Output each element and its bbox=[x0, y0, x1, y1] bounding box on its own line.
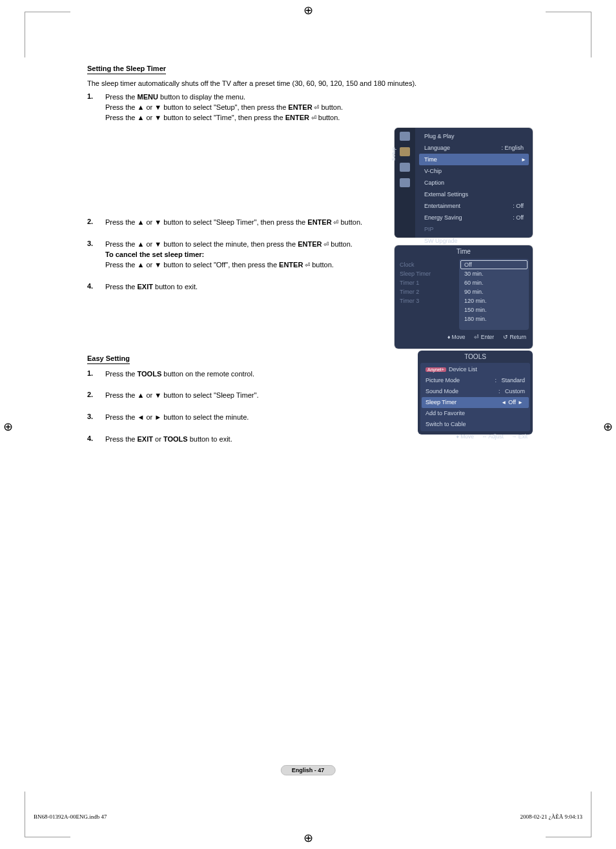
osd-option-120[interactable]: 120 min. bbox=[460, 296, 528, 305]
crop-mark bbox=[546, 12, 591, 57]
osd-row-caption: Caption bbox=[419, 177, 529, 189]
step-number: 3. bbox=[87, 413, 105, 423]
easy-step-3: 3. Press the ◄ or ► button to select the… bbox=[87, 413, 378, 423]
section-title-easy: Easy Setting bbox=[87, 354, 130, 364]
osd-option-90[interactable]: 90 min. bbox=[460, 287, 528, 296]
step-number: 4. bbox=[87, 435, 105, 445]
easy-step-2: 2. Press the ▲ or ▼ button to select "Sl… bbox=[87, 391, 378, 401]
hint-move: ♦ Move bbox=[447, 334, 466, 340]
registration-mark-icon: ⊕ bbox=[3, 420, 13, 434]
right-arrow-icon: ► bbox=[516, 400, 525, 405]
easy-step-1: 1. Press the TOOLS button on the remote … bbox=[87, 369, 378, 380]
steps-list-2: 1. Press the TOOLS button on the remote … bbox=[87, 369, 378, 445]
osd-setup-menu: Setup Plug & Play Language: English Time… bbox=[395, 128, 533, 238]
step-number: 4. bbox=[87, 282, 105, 292]
footer-date: 2008-02-21 ¿ÀÈÄ 9:04:13 bbox=[520, 813, 583, 820]
manual-page: ⊕ ⊕ ⊕ ⊕ Setting the Sleep Timer The slee… bbox=[0, 0, 616, 849]
osd-item-clock: Clock bbox=[400, 260, 459, 269]
enter-icon: ⏎ bbox=[332, 219, 339, 226]
hint-enter: ⏎ Enter bbox=[474, 334, 494, 340]
tools-row-fav: Add to Favorite bbox=[422, 408, 529, 419]
hint-move: ♦ Move bbox=[456, 433, 474, 440]
osd-option-off[interactable]: Off bbox=[460, 260, 528, 269]
section-title-sleep-timer: Setting the Sleep Timer bbox=[87, 65, 166, 74]
osd-row-language: Language: English bbox=[419, 142, 529, 154]
hint-return: ↺ Return bbox=[503, 334, 526, 340]
step-number: 2. bbox=[87, 391, 105, 401]
registration-mark-icon: ⊕ bbox=[603, 420, 613, 434]
anynet-badge: Anynet+ bbox=[426, 367, 446, 372]
content-area: Setting the Sleep Timer The sleep timer … bbox=[87, 65, 533, 456]
step-number: 2. bbox=[87, 218, 105, 228]
sidebar-icon bbox=[400, 178, 410, 187]
step-2: 2. Press the ▲ or ▼ button to select "Sl… bbox=[87, 218, 378, 228]
osd-row-external: External Settings bbox=[419, 189, 529, 200]
enter-icon: ⏎ bbox=[313, 104, 320, 111]
osd-option-180[interactable]: 180 min. bbox=[460, 314, 528, 323]
osd-row-plug: Plug & Play bbox=[419, 130, 529, 142]
osd-option-150[interactable]: 150 min. bbox=[460, 305, 528, 314]
gear-icon bbox=[400, 147, 410, 156]
sidebar-icon bbox=[400, 132, 410, 141]
sidebar-icon bbox=[400, 163, 410, 172]
step-body: Press the ▲ or ▼ button to select "Sleep… bbox=[105, 218, 378, 228]
osd-sidebar: Setup bbox=[395, 128, 415, 238]
tools-row-sound: Sound Mode: Custom bbox=[422, 386, 529, 397]
step-1: 1. Press the MENU button to display the … bbox=[87, 92, 378, 123]
osd-option-60[interactable]: 60 min. bbox=[460, 278, 528, 287]
osd-row-pip: PIP bbox=[419, 223, 529, 235]
easy-step-4: 4. Press the EXIT or TOOLS button to exi… bbox=[87, 435, 378, 445]
osd-time-left: Clock Sleep Timer Timer 1 Timer 2 Timer … bbox=[395, 258, 459, 331]
steps-list-1b: 2. Press the ▲ or ▼ button to select "Sl… bbox=[87, 218, 378, 292]
osd-option-30[interactable]: 30 min. bbox=[460, 269, 528, 278]
tools-row-picture: Picture Mode: Standard bbox=[422, 375, 529, 386]
osd-row-entertainment: Entertainment: Off bbox=[419, 200, 529, 212]
footer-file: BN68-01392A-00ENG.indb 47 bbox=[34, 813, 107, 820]
tools-row-device: Anynet+Device List bbox=[422, 364, 529, 375]
crop-mark bbox=[25, 12, 70, 57]
step-body: Press the MENU button to display the men… bbox=[105, 92, 378, 123]
osd-tools-footer: ♦ Move ↔ Adjust → Exit bbox=[418, 431, 533, 442]
hint-adjust: ↔ Adjust bbox=[482, 433, 504, 440]
osd-row-energy: Energy Saving: Off bbox=[419, 212, 529, 223]
step-4: 4. Press the EXIT button to exit. bbox=[87, 282, 378, 292]
hint-exit: → Exit bbox=[511, 433, 528, 440]
step-number: 1. bbox=[87, 92, 105, 123]
osd-tools-header: TOOLS bbox=[418, 351, 533, 363]
osd-item-sleep: Sleep Timer bbox=[400, 269, 459, 278]
page-badge: English - 47 bbox=[281, 765, 336, 775]
step-body: Press the EXIT button to exit. bbox=[105, 282, 378, 292]
step-body: Press the ▲ or ▼ button to select the mi… bbox=[105, 240, 378, 271]
enter-icon: ⏎ bbox=[303, 261, 310, 269]
osd-row-time[interactable]: Time bbox=[419, 154, 529, 165]
osd-item-timer2: Timer 2 bbox=[400, 287, 459, 296]
sidebar-label: Setup bbox=[391, 147, 396, 161]
osd-time-footer: ♦ Move ⏎ Enter ↺ Return bbox=[395, 331, 533, 343]
tools-row-sleep[interactable]: Sleep Timer◄Off► bbox=[422, 397, 529, 408]
left-arrow-icon: ◄ bbox=[499, 400, 508, 405]
step-3: 3. Press the ▲ or ▼ button to select the… bbox=[87, 240, 378, 271]
osd-row-vchip: V-Chip bbox=[419, 165, 529, 177]
osd-time-header: Time bbox=[395, 245, 533, 258]
intro-text: The sleep timer automatically shuts off … bbox=[87, 79, 533, 87]
osd-item-timer3: Timer 3 bbox=[400, 296, 459, 305]
step-number: 3. bbox=[87, 240, 105, 271]
steps-list-1: 1. Press the MENU button to display the … bbox=[87, 92, 378, 123]
osd-item-timer1: Timer 1 bbox=[400, 278, 459, 287]
enter-icon: ⏎ bbox=[322, 241, 329, 248]
registration-mark-icon: ⊕ bbox=[303, 831, 313, 845]
registration-mark-icon: ⊕ bbox=[303, 3, 313, 17]
osd-tools-menu: TOOLS Anynet+Device List Picture Mode: S… bbox=[418, 351, 533, 435]
step-number: 1. bbox=[87, 369, 105, 380]
enter-icon: ⏎ bbox=[309, 114, 316, 121]
osd-main: Plug & Play Language: English Time V-Chi… bbox=[415, 128, 533, 238]
osd-time-menu: Time Clock Sleep Timer Timer 1 Timer 2 T… bbox=[395, 245, 533, 349]
tools-row-cable: Switch to Cable bbox=[422, 419, 529, 430]
osd-time-options: Off 30 min. 60 min. 90 min. 120 min. 150… bbox=[459, 259, 529, 330]
